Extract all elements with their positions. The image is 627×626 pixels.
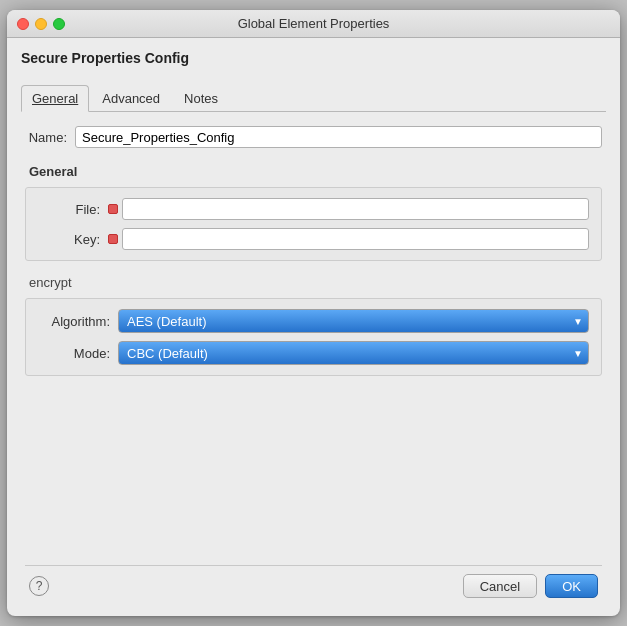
file-required-icon: [108, 204, 118, 214]
mode-select[interactable]: CBC (Default) CFB OFB ECB: [118, 341, 589, 365]
file-row: File:: [38, 198, 589, 220]
mode-row: Mode: CBC (Default) CFB OFB ECB ▼: [38, 341, 589, 365]
tab-general[interactable]: General: [21, 85, 89, 112]
name-label: Name:: [25, 130, 75, 145]
key-input[interactable]: [122, 228, 589, 250]
close-button[interactable]: [17, 18, 29, 30]
window-controls: [17, 18, 65, 30]
key-row: Key:: [38, 228, 589, 250]
mode-label: Mode:: [38, 346, 118, 361]
footer: ? Cancel OK: [25, 565, 602, 602]
file-label: File:: [38, 202, 108, 217]
algorithm-label: Algorithm:: [38, 314, 118, 329]
tab-bar: General Advanced Notes: [21, 78, 606, 112]
algorithm-select[interactable]: AES (Default) Blowfish DES 3DES: [118, 309, 589, 333]
key-required-icon: [108, 234, 118, 244]
file-input[interactable]: [122, 198, 589, 220]
tab-advanced[interactable]: Advanced: [91, 85, 171, 112]
footer-buttons: Cancel OK: [463, 574, 598, 598]
tab-notes[interactable]: Notes: [173, 85, 229, 112]
minimize-button[interactable]: [35, 18, 47, 30]
mode-select-wrapper: CBC (Default) CFB OFB ECB ▼: [118, 341, 589, 365]
content-area: Name: Secure_Properties_Config General F…: [21, 112, 606, 606]
encrypt-label: encrypt: [25, 275, 602, 290]
key-label: Key:: [38, 232, 108, 247]
help-button[interactable]: ?: [29, 576, 49, 596]
page-title: Secure Properties Config: [21, 50, 606, 66]
general-section-label: General: [25, 164, 602, 179]
general-section: File: Key:: [25, 187, 602, 261]
window-title: Global Element Properties: [238, 16, 390, 31]
dialog-window: Global Element Properties Secure Propert…: [7, 10, 620, 616]
algorithm-select-wrapper: AES (Default) Blowfish DES 3DES ▼: [118, 309, 589, 333]
title-bar: Global Element Properties: [7, 10, 620, 38]
cancel-button[interactable]: Cancel: [463, 574, 537, 598]
algorithm-row: Algorithm: AES (Default) Blowfish DES 3D…: [38, 309, 589, 333]
maximize-button[interactable]: [53, 18, 65, 30]
encrypt-inner: Algorithm: AES (Default) Blowfish DES 3D…: [25, 298, 602, 376]
window-body: Secure Properties Config General Advance…: [7, 38, 620, 616]
name-input[interactable]: Secure_Properties_Config: [75, 126, 602, 148]
ok-button[interactable]: OK: [545, 574, 598, 598]
encrypt-section: encrypt Algorithm: AES (Default) Blowfis…: [25, 275, 602, 376]
name-row: Name: Secure_Properties_Config: [25, 126, 602, 148]
